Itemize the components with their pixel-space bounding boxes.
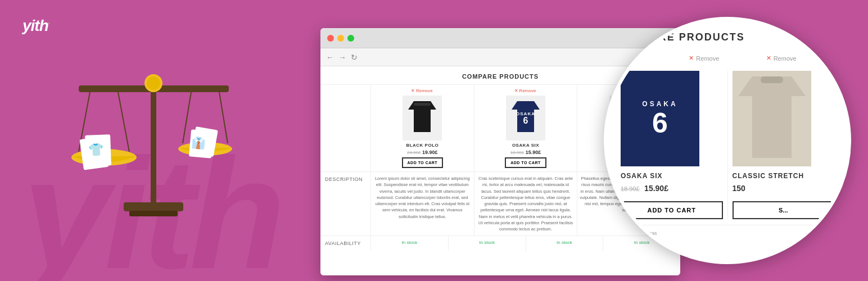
product-name-2: OSAKA SIX [477,143,575,148]
svg-rect-0 [151,84,156,208]
old-price-1: 24.90£ [407,150,421,155]
magnify-set-options-classic[interactable]: S... [733,201,835,219]
description-label: DESCRIPTION [320,172,371,235]
svg-text:6: 6 [523,116,528,125]
magnify-new-price-osaka: 15.90£ [644,184,668,193]
desc-2: Cras scelerisque cursus erat in aliquam.… [474,172,578,235]
desc-1: Lorem ipsum dolor sit amet, consectetur … [371,172,474,235]
avail-3: In stock [526,236,604,251]
browser-toolbar: ← → ↻ [320,48,680,66]
magnify-products: OSAKA 6 OSAKA SIX 18.90£ 15.90£ ADD TO C… [616,71,839,219]
magnify-product-classic: CLASSIC STRETCH 150 S... [728,71,839,219]
classic-large-img [733,71,811,166]
browser-minimize-btn[interactable] [337,35,344,42]
svg-marker-25 [738,76,806,158]
desc-text-2: Cras scelerisque cursus erat in aliquam.… [477,175,575,232]
osaka-number: 6 [652,109,668,137]
product-img-2: 6 OSAKA [506,96,545,140]
magnify-new-price-classic: 150 [733,184,745,193]
remove-btn-1[interactable]: ✕Remove [373,88,472,93]
magnify-name-classic: CLASSIC STRETCH [733,172,835,180]
avail-1: In stock [371,236,449,251]
svg-text:👔: 👔 [191,135,206,150]
avail-2: In stock [449,236,526,251]
in-stock-3: In stock [557,240,572,245]
magnify-remove-label-1: Remove [696,55,719,62]
magnify-add-to-cart-osaka[interactable]: ADD TO CART [621,201,723,219]
in-stock-1: In stock [402,240,418,245]
browser-titlebar [320,28,680,48]
logo-text: yith [22,17,48,34]
forward-button[interactable]: → [338,53,346,62]
scale-illustration: 👕 👔 [45,34,281,259]
desc-text-1: Lorem ipsum dolor sit amet, consectetur … [373,175,472,220]
svg-line-7 [118,92,129,152]
refresh-button[interactable]: ↻ [351,53,358,62]
add-to-cart-btn-1[interactable]: ADD TO CART [402,157,444,168]
svg-text:OSAKA: OSAKA [516,111,535,116]
product-img-1 [403,96,442,140]
svg-rect-20 [414,103,431,106]
svg-rect-26 [761,76,783,83]
add-to-cart-btn-2[interactable]: ADD TO CART [505,157,546,168]
magnify-desc-partial: ...in aliquam. Cras [616,225,839,238]
in-stock-2: In stock [479,240,495,245]
availability-row: AVAILABILITY In stock In stock In stock … [320,236,680,251]
remove-x-icon-2: ✕ [766,55,771,62]
magnify-old-price-osaka: 18.90£ [621,185,640,192]
label-col-empty [320,85,371,171]
magnify-remove-1[interactable]: ✕ Remove [689,55,757,62]
scale-svg: 👕 👔 [45,34,259,247]
product-col-1: ✕Remove BLACK POLO 24.90£ 19.90£ ADD TO … [371,85,474,171]
magnify-inner: COMPARE PRODUCTS ✕ ✕ Remove ✕ Remove [607,20,848,261]
new-price-1: 19.90£ [422,149,438,155]
svg-point-5 [147,76,160,90]
back-button[interactable]: ← [326,53,334,62]
svg-line-9 [219,92,228,143]
availability-label: AVAILABILITY [320,236,371,251]
svg-line-8 [183,92,191,143]
remove-x-icon-1: ✕ [689,55,694,62]
svg-text:👕: 👕 [88,142,105,158]
osaka-brand: OSAKA [642,100,677,108]
magnify-circle: COMPARE PRODUCTS ✕ ✕ Remove ✕ Remove [604,17,851,264]
magnify-close-btn[interactable]: ✕ [810,31,817,40]
svg-marker-19 [408,101,436,132]
magnify-name-osaka: OSAKA SIX [621,172,723,180]
browser-close-btn[interactable] [327,35,334,42]
svg-rect-1 [124,202,183,211]
magnify-img-classic [733,71,811,166]
magnify-product-osaka: OSAKA 6 OSAKA SIX 18.90£ 15.90£ ADD TO C… [616,71,728,219]
new-price-2: 15.90£ [526,149,541,155]
magnify-remove-label-2: Remove [774,55,797,62]
old-price-2: 18.90£ [510,150,524,155]
product-name-1: BLACK POLO [373,143,472,148]
magnify-content: COMPARE PRODUCTS ✕ ✕ Remove ✕ Remove [607,20,848,238]
magnify-remove-2[interactable]: ✕ Remove [766,55,797,62]
svg-rect-2 [129,211,178,216]
browser-maximize-btn[interactable] [347,35,354,42]
osaka-large-img: OSAKA 6 [621,71,699,166]
yith-logo: yith· [22,17,49,35]
product-col-2: ✕Remove 6 OSAKA OSAKA SIX 18.90£ 15.90£ … [474,85,578,171]
remove-btn-2[interactable]: ✕Remove [477,88,575,93]
logo-dot: · [48,20,49,26]
in-stock-4: In stock [634,240,650,245]
magnify-img-osaka: OSAKA 6 [621,71,699,166]
